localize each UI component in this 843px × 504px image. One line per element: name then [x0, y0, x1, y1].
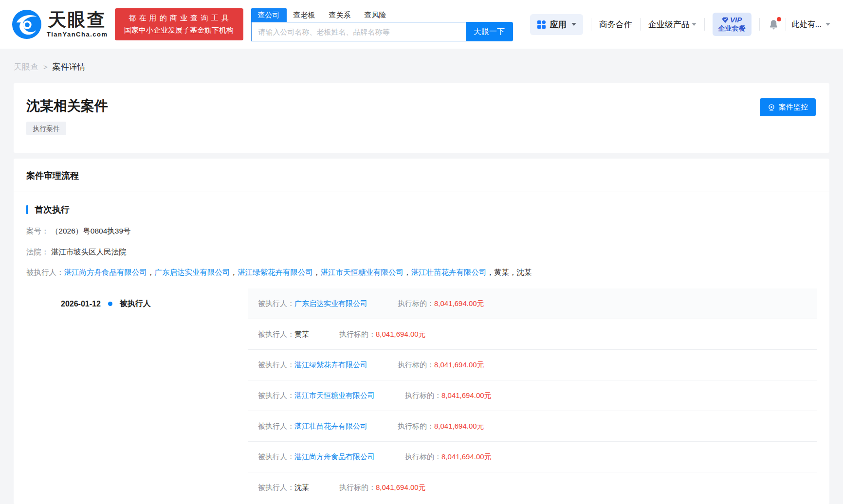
tianyancha-logo[interactable]: 天眼查 TianYanCha.com: [12, 9, 108, 39]
execution-target-amount: 8,041,694.00元: [434, 422, 484, 431]
executee-company-link[interactable]: 湛江市天恒糖业有限公司: [294, 391, 375, 400]
row-executee-label: 被执行人：: [258, 330, 294, 339]
executees-label: 被执行人：: [26, 268, 64, 276]
timeline-event: 2026-01-12 被执行人: [26, 288, 248, 319]
tab-search-company[interactable]: 查公司: [251, 8, 287, 22]
execution-target-amount: 8,041,694.00元: [376, 330, 426, 339]
case-timeline: 2026-01-12 被执行人 被执行人：广东启达实业有限公司执行标的：8,04…: [26, 288, 817, 503]
executee-row: 被执行人：湛江市天恒糖业有限公司执行标的：8,041,694.00元: [248, 380, 817, 411]
stage-title-row: 首次执行: [26, 204, 817, 216]
nav-divider: [759, 18, 760, 31]
executee-person-name: 黄某: [294, 330, 309, 339]
case-number-line: 案号： （2026）粤0804执39号: [26, 226, 817, 236]
vip-subtitle: 企业套餐: [718, 24, 746, 33]
executee-row: 被执行人：黄某执行标的：8,041,694.00元: [248, 319, 817, 350]
row-executee-label: 被执行人：: [258, 299, 294, 308]
promo-banner[interactable]: 都 在 用 的 商 业 查 询 工 具 国家中小企业发展子基金旗下机构: [115, 8, 243, 40]
top-header: 天眼查 TianYanCha.com 都 在 用 的 商 业 查 询 工 具 国…: [0, 0, 843, 49]
nav-enterprise-products-label: 企业级产品: [648, 19, 690, 30]
case-title-card: 沈某相关案件 执行案件 案件监控: [14, 83, 829, 153]
execution-target-amount: 8,041,694.00元: [434, 299, 484, 308]
logo-text: 天眼查 TianYanCha.com: [47, 11, 108, 38]
executee-company-link[interactable]: 湛江绿紫花卉有限公司: [294, 360, 367, 370]
executee-company-link[interactable]: 广东启达实业有限公司: [155, 268, 230, 276]
list-separator: ，: [487, 268, 495, 276]
timeline-event-type: 被执行人: [120, 299, 151, 309]
promo-line2: 国家中小企业发展子基金旗下机构: [124, 26, 234, 35]
header-nav: 应用 商务合作 企业级产品 VIP 企业套餐: [530, 13, 830, 36]
user-account-label: 此处有...: [792, 19, 822, 30]
vip-top-row: VIP: [722, 16, 742, 24]
notifications-bell-button[interactable]: [768, 18, 780, 31]
case-number-value: （2026）粤0804执39号: [51, 227, 131, 235]
executee-company-link[interactable]: 湛江市天恒糖业有限公司: [321, 268, 404, 276]
search-button[interactable]: 天眼一下: [466, 22, 513, 41]
list-separator: ，: [313, 268, 321, 276]
apps-menu-label: 应用: [550, 19, 567, 30]
executee-company-link[interactable]: 广东启达实业有限公司: [294, 299, 367, 308]
execution-target-label: 执行标的：: [405, 452, 441, 462]
chevron-down-icon: [825, 23, 830, 26]
executee-person-name: 沈某: [294, 483, 309, 492]
tab-search-boss[interactable]: 查老板: [287, 8, 322, 22]
executee-row: 被执行人：湛江壮苗花卉有限公司执行标的：8,041,694.00元: [248, 411, 817, 442]
nav-divider: [640, 18, 641, 31]
execution-target-label: 执行标的：: [339, 483, 376, 492]
nav-enterprise-products[interactable]: 企业级产品: [648, 19, 696, 30]
timeline-date: 2026-01-12: [61, 300, 101, 308]
page-title: 沈某相关案件: [26, 98, 817, 114]
list-separator: ，: [403, 268, 411, 276]
search-input[interactable]: [251, 22, 466, 41]
executee-company-link[interactable]: 湛江绿紫花卉有限公司: [238, 268, 313, 276]
execution-target-label: 执行标的：: [339, 330, 376, 339]
case-process-card: 案件审理流程 首次执行 案号： （2026）粤0804执39号 法院： 湛江市坡…: [14, 159, 829, 504]
executee-person-name: 黄某: [494, 268, 509, 276]
case-type-tag: 执行案件: [26, 122, 66, 135]
nav-business-cooperation[interactable]: 商务合作: [599, 19, 632, 30]
search-module: 查公司 查老板 查关系 查风险 天眼一下: [251, 7, 513, 41]
user-account-menu[interactable]: 此处有...: [792, 19, 830, 30]
stage-accent-bar: [26, 205, 28, 214]
executee-company-link[interactable]: 湛江壮苗花卉有限公司: [294, 422, 367, 431]
list-separator: ，: [230, 268, 238, 276]
apps-menu-button[interactable]: 应用: [530, 14, 583, 35]
execution-target-amount: 8,041,694.00元: [441, 391, 492, 400]
notification-badge-dot: [777, 17, 781, 21]
execution-target-amount: 8,041,694.00元: [441, 452, 492, 462]
list-separator: ，: [509, 268, 517, 276]
section-title: 案件审理流程: [14, 159, 829, 192]
executee-company-link[interactable]: 湛江壮苗花卉有限公司: [411, 268, 487, 276]
stage-title: 首次执行: [35, 204, 70, 216]
row-executee-label: 被执行人：: [258, 422, 294, 431]
execution-target-label: 执行标的：: [398, 422, 434, 431]
nav-divider: [786, 18, 786, 31]
breadcrumb-separator: >: [43, 63, 48, 71]
court-line: 法院： 湛江市坡头区人民法院: [26, 247, 817, 257]
executee-person-name: 沈某: [517, 268, 532, 276]
row-executee-label: 被执行人：: [258, 391, 294, 400]
breadcrumb-current: 案件详情: [53, 61, 86, 72]
case-monitor-button[interactable]: 案件监控: [760, 98, 816, 116]
nav-divider: [704, 18, 705, 31]
breadcrumb: 天眼查 > 案件详情: [0, 49, 843, 83]
executee-company-link[interactable]: 湛江尚方舟食品有限公司: [64, 268, 147, 276]
executee-company-link[interactable]: 湛江尚方舟食品有限公司: [294, 452, 375, 462]
court-value: 湛江市坡头区人民法院: [51, 248, 127, 256]
tianyancha-logo-icon: [12, 9, 42, 39]
search-bar: 天眼一下: [251, 22, 513, 41]
brand-name-cn: 天眼查: [48, 11, 107, 29]
vip-package-button[interactable]: VIP 企业套餐: [713, 13, 751, 36]
timeline-left-column: 2026-01-12 被执行人: [26, 288, 248, 503]
execution-target-label: 执行标的：: [405, 391, 441, 400]
chevron-down-icon: [692, 23, 696, 26]
promo-line1: 都 在 用 的 商 业 查 询 工 具: [128, 14, 229, 23]
executee-row: 被执行人：沈某执行标的：8,041,694.00元: [248, 472, 817, 503]
list-separator: ，: [147, 268, 155, 276]
breadcrumb-home-link[interactable]: 天眼查: [14, 61, 38, 72]
tab-search-risk[interactable]: 查风险: [358, 8, 393, 22]
row-executee-label: 被执行人：: [258, 452, 294, 462]
vip-word: VIP: [730, 16, 742, 24]
execution-target-label: 执行标的：: [398, 360, 434, 370]
tab-search-relation[interactable]: 查关系: [322, 8, 358, 22]
executee-row: 被执行人：广东启达实业有限公司执行标的：8,041,694.00元: [248, 288, 817, 319]
